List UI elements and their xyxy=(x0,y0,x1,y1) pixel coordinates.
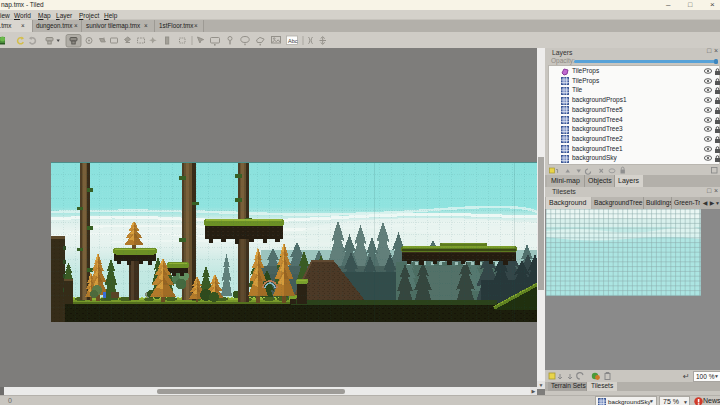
svg-text:Abc: Abc xyxy=(288,38,298,44)
